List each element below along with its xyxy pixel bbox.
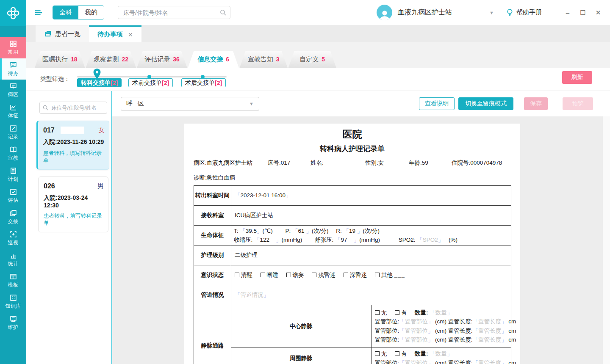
sidebar-item-plan[interactable]: 计划	[0, 164, 26, 185]
sbp-label: 收缩压:	[234, 237, 252, 243]
sidebar-item-assessment[interactable]: 评估	[0, 185, 26, 207]
tab-todo-items[interactable]: 待办事项 ✕	[89, 25, 141, 42]
center-qty-field[interactable]: 数量	[430, 309, 452, 316]
patient-task: 患者转科，填写转科记录单	[44, 212, 104, 227]
care-level-value[interactable]: 二级护理	[235, 252, 258, 258]
scope-all-button[interactable]: 全科	[53, 6, 78, 19]
trace-mode-button[interactable]: 切换至留痕模式	[458, 97, 513, 110]
subtab-order-execution[interactable]: 医嘱执行 18	[35, 51, 85, 68]
tab-patients-overview[interactable]: 患者一览	[36, 25, 89, 42]
sidebar-item-records[interactable]: 记录	[0, 122, 26, 143]
center-length-field-3[interactable]: 置管长度	[473, 336, 507, 343]
work-area: 017 女 入院:2023-11-26 10:29 患者转科，填写转科记录单 0…	[26, 91, 610, 364]
pulse-field[interactable]: 61	[292, 228, 312, 234]
avatar[interactable]	[377, 5, 392, 20]
patient-search	[39, 102, 107, 114]
peripheral-length-field[interactable]: 置管长度	[473, 360, 507, 364]
info-admission-no: 住院号:0000704978	[452, 159, 502, 167]
sidebar-item-knowledge-base[interactable]: 知识库	[0, 291, 26, 312]
subtab-count: 3	[276, 56, 280, 63]
row-vitals: 生命体征 T: 39.5(℃) P: 61 (次/分) R: 19 (次/分)	[194, 226, 511, 245]
checkbox-deep-coma[interactable]	[344, 273, 348, 277]
category-tabs: 医嘱执行 18 观察监测 22 评估记录 36 信息交接 6 宣教告知 3 自定…	[26, 42, 610, 68]
sidebar-item-ward[interactable]: 病区	[0, 80, 26, 101]
subtab-health-education[interactable]: 宣教告知 3	[240, 51, 288, 68]
close-button[interactable]: ✕	[591, 5, 606, 20]
scan-plus-icon	[9, 230, 17, 238]
sidebar-item-handover[interactable]: 交接	[0, 207, 26, 228]
checkbox-other[interactable]	[375, 273, 380, 277]
checkbox-awake[interactable]	[235, 273, 239, 277]
sidebar-item-patrol[interactable]: 巡视	[0, 228, 26, 249]
row-label: 接收科室	[194, 206, 231, 226]
preview-button[interactable]: 预览	[563, 97, 593, 110]
close-tab-icon[interactable]: ✕	[128, 31, 133, 38]
filter-transfer-handover[interactable]: 转科交接单[2]	[77, 78, 122, 87]
filter-preop-handover[interactable]: 术前交接单[2]	[128, 78, 173, 87]
subtab-label: 宣教告知	[248, 55, 273, 63]
sidebar-item-frequent[interactable]: 常用	[0, 37, 26, 58]
maximize-button[interactable]: ☐	[575, 5, 591, 20]
info-bed: 床号:017	[268, 159, 311, 167]
sidebar-item-statistics[interactable]: 统计	[0, 249, 26, 270]
patient-card-017[interactable]: 017 女 入院:2023-11-26 10:29 患者转科，填写转科记录单	[36, 121, 109, 170]
sidebar-label: 宣教	[8, 154, 19, 162]
search-icon[interactable]	[219, 9, 227, 16]
subtab-assessment-records[interactable]: 评估记录 36	[137, 51, 187, 68]
subtab-info-handover[interactable]: 信息交接 6	[188, 51, 239, 68]
checkbox-delirium[interactable]	[286, 273, 291, 277]
checkbox-light-coma[interactable]	[312, 273, 316, 277]
ward-select[interactable]: 呼一区 ▼	[121, 97, 259, 111]
checkbox-drowsy[interactable]	[261, 273, 265, 277]
refresh-button[interactable]: 刷新	[562, 71, 592, 84]
sidebar-item-education[interactable]: 宣教	[0, 143, 26, 164]
pulse-unit: (次/分)	[312, 228, 329, 234]
vitals-chart-icon	[9, 103, 17, 111]
filter-option-count: [2]	[111, 80, 118, 86]
global-search	[118, 6, 230, 19]
help-manual-button[interactable]: 帮助手册	[506, 8, 542, 17]
chevron-down-icon[interactable]: ▼	[489, 10, 494, 15]
subtab-custom[interactable]: 自定义 5	[288, 51, 336, 68]
center-length-field-2[interactable]: 置管长度	[473, 328, 507, 334]
other-blank[interactable]: ___	[394, 272, 405, 278]
patient-card-026[interactable]: 026 男 入院:2023-03-24 12:30 患者转科，填写转科记录单	[38, 176, 108, 232]
checkbox-center-none[interactable]	[375, 310, 380, 315]
checkbox-peripheral-have[interactable]	[395, 351, 399, 356]
center-length-field-1[interactable]: 置管长度	[473, 318, 507, 325]
save-button[interactable]: 保存	[524, 97, 548, 110]
transfer-time-field[interactable]: 2023-12-01 16:00	[235, 192, 291, 199]
pipeline-field[interactable]: 管道情况	[235, 292, 269, 298]
receiving-dept-value[interactable]: ICU病区护士站	[235, 212, 273, 218]
temp-field[interactable]: 39.5	[240, 228, 262, 234]
center-site-field-2[interactable]: 置管部位	[399, 328, 433, 334]
sidebar-item-maintenance[interactable]: 维护	[0, 312, 26, 334]
sidebar-item-vitals[interactable]: 体征	[0, 101, 26, 122]
center-site-field-3[interactable]: 置管部位	[399, 336, 433, 343]
subtab-count: 6	[226, 56, 229, 63]
subtab-observation[interactable]: 观察监测 22	[86, 51, 136, 68]
scope-mine-button[interactable]: 我的	[78, 6, 104, 19]
collapse-menu-icon[interactable]	[34, 8, 43, 17]
info-name: 姓名:	[311, 159, 365, 167]
sidebar-label: 体征	[8, 112, 19, 119]
global-search-input[interactable]	[123, 9, 219, 16]
sidebar-item-todo[interactable]: 待办	[0, 58, 26, 80]
sbp-field[interactable]: 122	[254, 237, 282, 243]
dbp-field[interactable]: 97	[335, 237, 359, 243]
view-instructions-button[interactable]: 查看说明	[419, 97, 455, 110]
sidebar-label: 统计	[8, 260, 19, 267]
center-site-field-1[interactable]: 置管部位	[399, 318, 433, 325]
checkbox-center-have[interactable]	[395, 310, 399, 315]
checkbox-peripheral-none[interactable]	[375, 351, 380, 356]
info-ward: 病区:血液九病区护士站	[194, 159, 268, 167]
sidebar-item-templates[interactable]: 模板	[0, 270, 26, 291]
spo2-field[interactable]: SPO2	[417, 237, 444, 243]
filter-postop-handover[interactable]: 术后交接单[2]	[181, 78, 226, 87]
scrollbar-track[interactable]	[603, 116, 610, 364]
patient-search-input[interactable]	[51, 105, 104, 111]
minimize-button[interactable]: –	[560, 5, 575, 20]
resp-field[interactable]: 19	[344, 228, 363, 234]
peripheral-qty-field[interactable]: 数量	[430, 350, 452, 357]
peripheral-site-field[interactable]: 置管部位	[399, 360, 433, 364]
